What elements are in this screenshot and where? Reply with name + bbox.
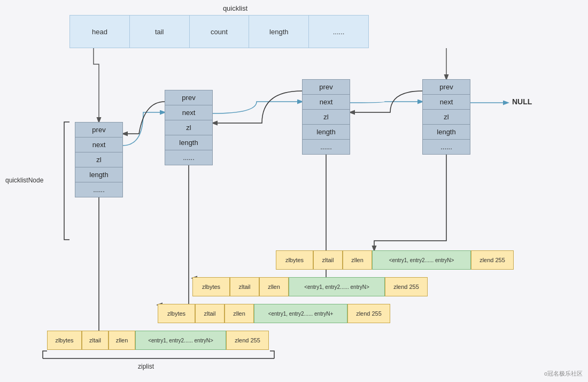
qnode1-zl: zl <box>75 152 122 167</box>
zl1-end: zlend 255 <box>226 331 269 350</box>
zl3-bytes: zlbytes <box>192 277 230 296</box>
zl4-tail: zltail <box>313 250 343 270</box>
zl1-bytes: zlbytes <box>47 331 82 350</box>
qnode4-more: ...... <box>423 140 470 154</box>
ql-head: head <box>70 16 130 48</box>
qnode-2: prev next zl length ...... <box>165 90 213 165</box>
quicklist-box: head tail count length ...... <box>69 15 369 48</box>
qnode3-prev: prev <box>303 80 350 95</box>
ziplist-row-2: zlbytes zltail zllen <entry1, entry2....… <box>158 304 390 323</box>
zl4-entries: <entry1, entry2...... entryN> <box>372 250 471 270</box>
zl3-len: zllen <box>259 277 289 296</box>
qnode2-next: next <box>165 105 212 120</box>
quicklistnode-label: quicklistNode <box>5 177 43 184</box>
qnode3-next: next <box>303 95 350 110</box>
qnode2-more: ...... <box>165 150 212 165</box>
zl2-len: zllen <box>225 304 254 323</box>
qnode4-next: next <box>423 95 470 110</box>
qnode4-zl: zl <box>423 110 470 125</box>
zl3-tail: zltail <box>230 277 259 296</box>
qnode3-more: ...... <box>303 140 350 154</box>
ziplist-label: ziplist <box>138 363 154 370</box>
ziplist-row-1: zlbytes zltail zllen <entry1, entry2....… <box>47 331 269 350</box>
zl2-end: zlend 255 <box>347 304 390 323</box>
quicklist-label: quicklist <box>107 4 363 12</box>
zl3-entries: <entry1, entry2...... entryN> <box>289 277 385 296</box>
zl2-tail: zltail <box>195 304 225 323</box>
ql-length: length <box>249 16 309 48</box>
qnode2-zl: zl <box>165 120 212 135</box>
qnode-3: prev next zl length ...... <box>302 79 350 155</box>
ziplist-row-4: zlbytes zltail zllen <entry1, entry2....… <box>276 250 514 270</box>
zl3-end: zlend 255 <box>385 277 428 296</box>
zl2-bytes: zlbytes <box>158 304 195 323</box>
qnode1-more: ...... <box>75 182 122 197</box>
zl4-len: zllen <box>343 250 372 270</box>
qnode-4: prev next zl length ...... <box>422 79 470 155</box>
qnode2-prev: prev <box>165 90 212 105</box>
ql-count: count <box>190 16 250 48</box>
qnode3-zl: zl <box>303 110 350 125</box>
qnode-1: prev next zl length ...... <box>75 122 123 197</box>
qnode1-prev: prev <box>75 123 122 137</box>
ziplist-row-3: zlbytes zltail zllen <entry1, entry2....… <box>192 277 428 296</box>
qnode2-length: length <box>165 135 212 150</box>
qnode3-length: length <box>303 125 350 140</box>
zl4-bytes: zlbytes <box>276 250 313 270</box>
watermark: o冠名极乐社区 <box>544 370 583 378</box>
zl4-end: zlend 255 <box>471 250 514 270</box>
null-label: NULL <box>512 97 532 106</box>
qnode1-length: length <box>75 167 122 182</box>
qnode4-prev: prev <box>423 80 470 95</box>
ql-tail: tail <box>130 16 190 48</box>
zl1-len: zllen <box>109 331 135 350</box>
qnode1-next: next <box>75 137 122 152</box>
zl1-tail: zltail <box>82 331 109 350</box>
ql-more: ...... <box>309 16 368 48</box>
qnode4-length: length <box>423 125 470 140</box>
zl2-entries: <entry1, entry2...... entryN+ <box>254 304 347 323</box>
zl1-entries: <entry1, entry2...... entryN> <box>135 331 226 350</box>
diagram: quicklist head tail count length ...... … <box>0 0 588 382</box>
